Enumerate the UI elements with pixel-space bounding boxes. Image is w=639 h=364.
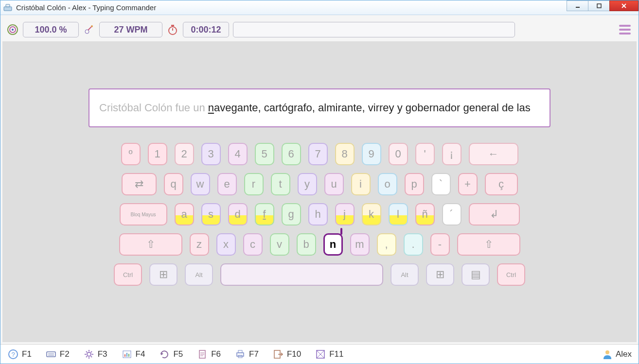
titlebar: Cristóbal Colón - Alex - Typing Commande… bbox=[0, 0, 639, 15]
key-6[interactable]: 6 bbox=[282, 143, 301, 165]
key-ñ[interactable]: ñ bbox=[415, 203, 435, 225]
keyboard-row-1: ⇄qwertyuiop`+ç bbox=[122, 173, 518, 195]
key-Alt[interactable]: Alt bbox=[185, 263, 213, 286]
key--[interactable]: - bbox=[430, 233, 450, 256]
fkey-f10[interactable]: F10 bbox=[272, 348, 301, 360]
key-j[interactable]: j bbox=[335, 203, 355, 225]
key-t[interactable]: t bbox=[271, 173, 290, 195]
speed-icon bbox=[83, 23, 95, 36]
key-¡[interactable]: ¡ bbox=[442, 143, 462, 165]
key-⇄[interactable]: ⇄ bbox=[122, 173, 157, 195]
menu-button[interactable] bbox=[617, 23, 633, 36]
key-o[interactable]: o bbox=[378, 173, 397, 195]
keyboard: º1234567890'¡←⇄qwertyuiop`+çBloq Mayusas… bbox=[114, 143, 525, 286]
key-.[interactable]: . bbox=[404, 233, 423, 256]
key-k[interactable]: k bbox=[362, 203, 381, 225]
key-a[interactable]: a bbox=[175, 203, 194, 225]
accuracy-value: 100.0 % bbox=[23, 22, 79, 37]
key-h[interactable]: h bbox=[308, 203, 328, 225]
key-e[interactable]: e bbox=[217, 173, 237, 195]
key-y[interactable]: y bbox=[298, 173, 317, 195]
refresh-icon bbox=[159, 348, 170, 360]
key-8[interactable]: 8 bbox=[335, 143, 355, 165]
maximize-button[interactable] bbox=[588, 0, 610, 11]
fkey-f11[interactable]: F11 bbox=[315, 348, 343, 360]
key-9[interactable]: 9 bbox=[362, 143, 381, 165]
key-▤[interactable]: ▤ bbox=[462, 263, 490, 286]
fkey-f2[interactable]: F2 bbox=[45, 348, 70, 360]
fkey-f4[interactable]: F4 bbox=[121, 348, 145, 360]
key-r[interactable]: r bbox=[244, 173, 264, 195]
key-⇧[interactable]: ⇧ bbox=[119, 233, 182, 256]
key-´[interactable]: ´ bbox=[442, 203, 462, 225]
key-⊞[interactable]: ⊞ bbox=[426, 263, 454, 286]
fkey-f1[interactable]: ?F1 bbox=[7, 348, 32, 360]
key-`[interactable]: ` bbox=[431, 173, 451, 195]
fkey-f5[interactable]: F5 bbox=[159, 348, 183, 360]
key-ctrl[interactable]: Ctrl bbox=[497, 263, 525, 286]
key-m[interactable]: m bbox=[350, 233, 370, 256]
key-q[interactable]: q bbox=[164, 173, 183, 195]
key-5[interactable]: 5 bbox=[255, 143, 274, 165]
key-b[interactable]: b bbox=[297, 233, 316, 256]
window-controls bbox=[567, 0, 639, 13]
key-space[interactable] bbox=[220, 263, 383, 286]
fkey-f3[interactable]: F3 bbox=[83, 348, 107, 360]
svg-point-20 bbox=[87, 352, 91, 356]
key-,[interactable]: , bbox=[377, 233, 396, 256]
key-d[interactable]: d bbox=[228, 203, 248, 225]
close-button[interactable] bbox=[609, 0, 639, 11]
user-name: Alex bbox=[616, 349, 632, 359]
svg-rect-24 bbox=[128, 354, 129, 357]
minimize-button[interactable] bbox=[567, 0, 588, 11]
key-⊞[interactable]: ⊞ bbox=[149, 263, 178, 286]
key-i[interactable]: i bbox=[351, 173, 371, 195]
svg-rect-1 bbox=[6, 4, 10, 7]
key-u[interactable]: u bbox=[324, 173, 344, 195]
key-3[interactable]: 3 bbox=[201, 143, 221, 165]
time-icon bbox=[166, 23, 179, 36]
key-ctrl[interactable]: Ctrl bbox=[114, 263, 142, 286]
app-icon bbox=[0, 3, 15, 12]
exercise-text-panel: Cristóbal Colón fue un navegante, cartóg… bbox=[89, 88, 550, 127]
key-+[interactable]: + bbox=[458, 173, 478, 195]
key-←[interactable]: ← bbox=[469, 143, 518, 165]
key-v[interactable]: v bbox=[270, 233, 289, 256]
key-w[interactable]: w bbox=[191, 173, 210, 195]
footer: ?F1F2F3F4F5F6F7F10F11 Alex bbox=[0, 344, 639, 364]
key-↲[interactable]: ↲ bbox=[469, 203, 520, 225]
cursor-char: n bbox=[208, 102, 214, 114]
key-2[interactable]: 2 bbox=[175, 143, 194, 165]
svg-point-8 bbox=[12, 29, 14, 31]
user-info: Alex bbox=[602, 349, 632, 360]
main-area: Cristóbal Colón fue un navegante, cartóg… bbox=[2, 41, 637, 342]
key-º[interactable]: º bbox=[121, 143, 141, 165]
fkey-f7[interactable]: F7 bbox=[234, 348, 259, 360]
key-g[interactable]: g bbox=[282, 203, 301, 225]
gear-icon bbox=[83, 348, 95, 360]
svg-point-37 bbox=[605, 350, 609, 354]
key-4[interactable]: 4 bbox=[228, 143, 248, 165]
key-bloqmayus[interactable]: Bloq Mayus bbox=[120, 203, 167, 225]
key-ç[interactable]: ç bbox=[485, 173, 518, 195]
typed-text: Cristóbal Colón fue un bbox=[99, 102, 208, 114]
key-x[interactable]: x bbox=[216, 233, 236, 256]
key-'[interactable]: ' bbox=[415, 143, 435, 165]
key-1[interactable]: 1 bbox=[148, 143, 167, 165]
key-p[interactable]: p bbox=[405, 173, 424, 195]
key-z[interactable]: z bbox=[190, 233, 209, 256]
key-Alt[interactable]: Alt bbox=[390, 263, 419, 286]
key-n[interactable]: n bbox=[323, 233, 343, 256]
fkey-f6[interactable]: F6 bbox=[196, 348, 221, 360]
key-f[interactable]: f bbox=[255, 203, 274, 225]
svg-rect-3 bbox=[597, 4, 601, 8]
key-s[interactable]: s bbox=[201, 203, 221, 225]
accuracy-icon bbox=[6, 23, 19, 36]
key-⇧[interactable]: ⇧ bbox=[457, 233, 520, 256]
chart-icon bbox=[121, 348, 133, 360]
key-l[interactable]: l bbox=[389, 203, 408, 225]
key-c[interactable]: c bbox=[243, 233, 263, 256]
key-7[interactable]: 7 bbox=[308, 143, 328, 165]
app-window: Cristóbal Colón - Alex - Typing Commande… bbox=[0, 0, 639, 364]
key-0[interactable]: 0 bbox=[389, 143, 408, 165]
